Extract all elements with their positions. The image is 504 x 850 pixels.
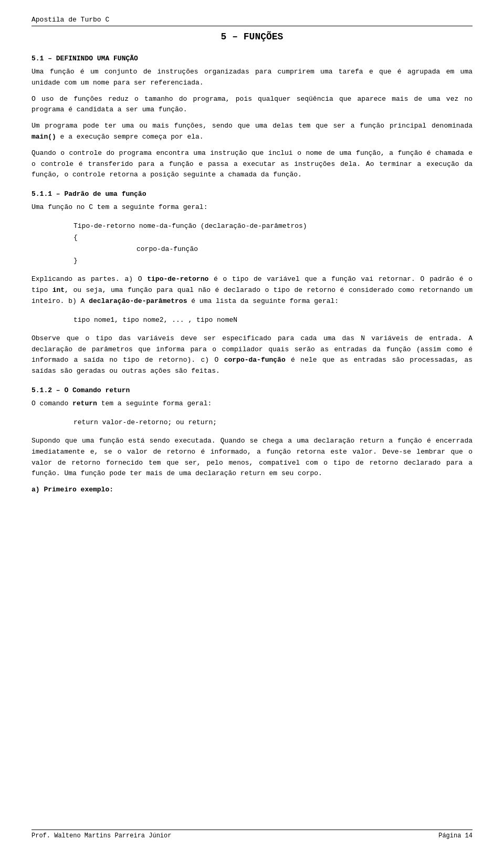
footer-bar: Prof. Walteno Martins Parreira Júnior Pá… [32,830,472,839]
section-511-after-formula: Observe que o tipo das variáveis deve se… [32,333,472,377]
formula-params: tipo nome1, tipo nome2, ... , tipo nomeN [74,314,472,326]
header-left-label: Apostila de Turbo C [32,16,109,24]
footer-right: Página 14 [438,832,472,839]
header-bar: Apostila de Turbo C [32,16,472,26]
section-51-para4: Quando o controle do programa encontra u… [32,148,472,181]
section-51-para2: O uso de funções reduz o tamanho do prog… [32,94,472,116]
code-line-3: corpo-da-função [136,244,472,255]
code-line-1: Tipo-de-retorno nome-da-função (declaraç… [74,221,472,232]
section-51-heading: 5.1 – DEFININDO UMA FUNÇÃO [32,55,472,62]
section-512-first-example: a) Primeiro exemplo: [32,485,472,496]
section-51: 5.1 – DEFININDO UMA FUNÇÃO Uma função é … [32,55,472,181]
section-512: 5.1.2 – O Comando return O comando retur… [32,386,472,496]
formula-return: return valor-de-retorno; ou return; [74,417,472,428]
code-block-function-pattern: Tipo-de-retorno nome-da-função (declaraç… [74,221,472,267]
section-51-para1: Uma função é um conjunto de instruções o… [32,67,472,89]
formula-params-line: tipo nome1, tipo nome2, ... , tipo nomeN [74,314,472,326]
section-511-heading: 5.1.1 – Padrão de uma função [32,190,472,198]
page: Apostila de Turbo C 5 – FUNÇÕES 5.1 – DE… [0,0,504,850]
section-512-intro: O comando return tem a seguinte forma ge… [32,398,472,410]
section-512-heading: 5.1.2 – O Comando return [32,386,472,394]
section-511-after-code: Explicando as partes. a) O tipo-de-retor… [32,274,472,307]
page-title: 5 – FUNÇÕES [32,32,472,42]
section-511-intro: Uma função no C tem a seguinte forma ger… [32,202,472,213]
section-512-para1: Supondo que uma função está sendo execut… [32,436,472,479]
code-line-4: } [74,255,472,267]
code-line-2: { [74,232,472,244]
section-511: 5.1.1 – Padrão de uma função Uma função … [32,190,472,377]
footer-left: Prof. Walteno Martins Parreira Júnior [32,832,171,839]
formula-return-line: return valor-de-retorno; ou return; [74,417,472,428]
section-51-para3: Um programa pode ter uma ou mais funções… [32,121,472,143]
